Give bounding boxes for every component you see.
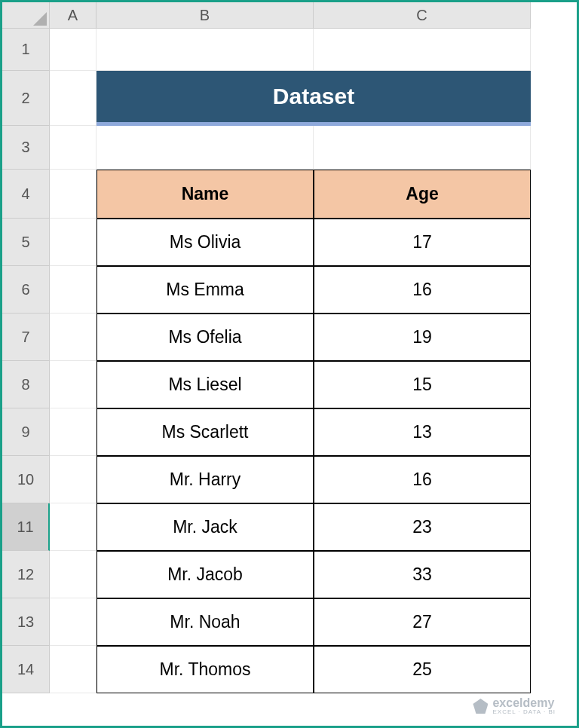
row-header-10[interactable]: 10 (2, 456, 50, 503)
cell-name[interactable]: Mr. Jack (96, 503, 314, 551)
row-header-6[interactable]: 6 (2, 266, 50, 314)
spreadsheet: ABC 1234567891011121314 Dataset NameAgeM… (2, 2, 577, 726)
cell-name[interactable]: Ms Liesel (96, 361, 314, 408)
table-header-age[interactable]: Age (314, 170, 531, 219)
row-header-4[interactable]: 4 (2, 170, 50, 219)
cell-age[interactable]: 19 (314, 314, 531, 361)
title-cell[interactable]: Dataset (96, 71, 531, 126)
cell-A12[interactable] (50, 551, 96, 598)
cell-age[interactable]: 33 (314, 551, 531, 598)
cell-A7[interactable] (50, 314, 96, 361)
cell-C1[interactable] (314, 29, 531, 71)
col-header-C[interactable]: C (314, 2, 531, 29)
row-header-8[interactable]: 8 (2, 361, 50, 408)
cell-A8[interactable] (50, 361, 96, 408)
row-header-2[interactable]: 2 (2, 71, 50, 126)
cell-B1[interactable] (96, 29, 314, 71)
select-all-button[interactable] (2, 2, 50, 29)
cell-age[interactable]: 15 (314, 361, 531, 408)
row-header-12[interactable]: 12 (2, 551, 50, 598)
cell-age[interactable]: 16 (314, 266, 531, 314)
cell-A5[interactable] (50, 219, 96, 266)
row-header-14[interactable]: 14 (2, 646, 50, 693)
cell-name[interactable]: Mr. Jacob (96, 551, 314, 598)
table-row: Ms Liesel15 (96, 361, 531, 408)
cell-A1[interactable] (50, 29, 96, 71)
row-header-11[interactable]: 11 (2, 503, 50, 551)
row-header-1[interactable]: 1 (2, 29, 50, 71)
col-header-B[interactable]: B (96, 2, 314, 29)
row-header-13[interactable]: 13 (2, 598, 50, 646)
row-header-9[interactable]: 9 (2, 408, 50, 456)
cell-age[interactable]: 16 (314, 456, 531, 503)
watermark-tagline: EXCEL · DATA · BI (492, 709, 556, 715)
table-row: Mr. Noah27 (96, 598, 531, 646)
cell-A10[interactable] (50, 456, 96, 503)
cell-C3[interactable] (314, 126, 531, 170)
table-row: Mr. Jack23 (96, 503, 531, 551)
table-row: Ms Emma16 (96, 266, 531, 314)
cell-name[interactable]: Ms Ofelia (96, 314, 314, 361)
cell-A9[interactable] (50, 408, 96, 456)
cell-name[interactable]: Ms Emma (96, 266, 314, 314)
cell-A6[interactable] (50, 266, 96, 314)
cell-age[interactable]: 25 (314, 646, 531, 693)
cell-A2[interactable] (50, 71, 96, 126)
cell-name[interactable]: Ms Olivia (96, 219, 314, 266)
table-row: Ms Olivia17 (96, 219, 531, 266)
row-header-3[interactable]: 3 (2, 126, 50, 170)
cell-age[interactable]: 13 (314, 408, 531, 456)
cell-name[interactable]: Mr. Harry (96, 456, 314, 503)
cell-A11[interactable] (50, 503, 96, 551)
cell-age[interactable]: 27 (314, 598, 531, 646)
row-header-7[interactable]: 7 (2, 314, 50, 361)
cell-A14[interactable] (50, 646, 96, 693)
table-row: Mr. Jacob33 (96, 551, 531, 598)
row-headers: 1234567891011121314 (2, 29, 50, 693)
column-headers: ABC (50, 2, 531, 29)
cell-age[interactable]: 17 (314, 219, 531, 266)
cell-age[interactable]: 23 (314, 503, 531, 551)
watermark-brand: exceldemy (492, 697, 556, 709)
table-row: Mr. Harry16 (96, 456, 531, 503)
cell-name[interactable]: Mr. Noah (96, 598, 314, 646)
watermark-logo-icon (473, 699, 488, 714)
table-row: Ms Scarlett13 (96, 408, 531, 456)
cell-B3[interactable] (96, 126, 314, 170)
table-row: Ms Ofelia19 (96, 314, 531, 361)
cell-name[interactable]: Ms Scarlett (96, 408, 314, 456)
cell-name[interactable]: Mr. Thomos (96, 646, 314, 693)
cell-A4[interactable] (50, 170, 96, 219)
cell-A3[interactable] (50, 126, 96, 170)
row-header-5[interactable]: 5 (2, 219, 50, 266)
data-table: NameAgeMs Olivia17Ms Emma16Ms Ofelia19Ms… (96, 170, 531, 693)
table-header-name[interactable]: Name (96, 170, 314, 219)
watermark: exceldemy EXCEL · DATA · BI (473, 697, 556, 715)
cell-A13[interactable] (50, 598, 96, 646)
col-header-A[interactable]: A (50, 2, 96, 29)
title-text: Dataset (273, 84, 354, 109)
table-row: Mr. Thomos25 (96, 646, 531, 693)
